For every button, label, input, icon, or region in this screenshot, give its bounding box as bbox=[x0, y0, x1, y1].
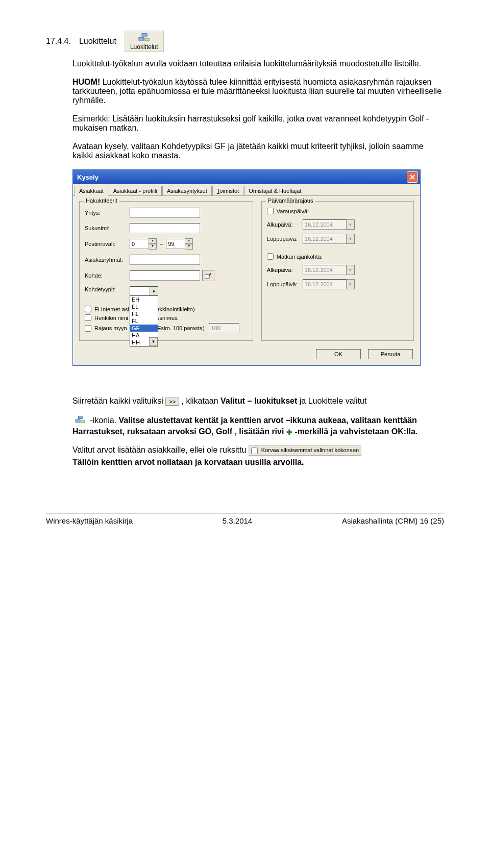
chevron-down-icon[interactable]: ▼ bbox=[149, 244, 157, 250]
chevron-down-icon[interactable]: ▼ bbox=[346, 234, 355, 244]
kohdetyypit-option[interactable]: FL bbox=[130, 317, 158, 325]
tab-asiakkaat-profiili[interactable]: Asiakkaat - profiili bbox=[109, 186, 162, 195]
chevron-down-icon[interactable]: ▼ bbox=[346, 219, 355, 230]
luokittelut-toolbar-button[interactable]: Luokittelut bbox=[125, 31, 164, 52]
varauspaiva-checkbox[interactable] bbox=[267, 208, 274, 214]
chevron-down-icon[interactable]: ▼ bbox=[149, 337, 158, 346]
kohdetyypit-list[interactable]: EH EL F1 FL GF HA HH ▼ bbox=[130, 295, 158, 346]
cb2-suffix: vsnimeä bbox=[157, 315, 178, 321]
paragraph-5: Siirretään kaikki valituiksi >> , klikat… bbox=[72, 396, 444, 406]
paragraph-4: Avataan kysely, valitaan Kohdetyypiksi G… bbox=[72, 142, 444, 160]
chevron-down-icon[interactable]: ▼ bbox=[346, 265, 355, 275]
asiakasryhmat-input[interactable] bbox=[130, 255, 200, 265]
loppupaiva-input-1[interactable] bbox=[303, 234, 347, 244]
p6a: -ikonia. bbox=[90, 416, 118, 425]
ei-internet-checkbox[interactable] bbox=[85, 306, 91, 312]
kohdetyypit-option[interactable]: EL bbox=[130, 303, 158, 310]
kohdetyypit-value bbox=[130, 287, 150, 296]
tab-asiakkaat[interactable]: Asiakkaat bbox=[75, 186, 108, 196]
dash: – bbox=[157, 241, 166, 247]
kohdetyypit-option[interactable]: EH bbox=[130, 296, 158, 303]
huom-label: HUOM! bbox=[72, 78, 100, 86]
tab-omistajat-huoltajat[interactable]: Omistajat & Huoltajat bbox=[244, 186, 306, 195]
chevron-down-icon[interactable]: ▼ bbox=[150, 287, 158, 296]
svg-rect-7 bbox=[76, 419, 80, 422]
henkilon-nimi-checkbox[interactable] bbox=[85, 314, 91, 321]
paragraph-2-body: Luokittelut-työkalun käytössä tulee kiin… bbox=[72, 78, 442, 105]
luokittelut-icon-label: Luokittelut bbox=[130, 43, 158, 51]
svg-rect-6 bbox=[78, 416, 83, 418]
section-number: 17.4.4. bbox=[46, 37, 71, 46]
kohdetyypit-dropdown[interactable]: ▼ EH EL F1 FL GF HA HH ▼ bbox=[130, 286, 158, 296]
svg-rect-8 bbox=[81, 420, 85, 423]
post-to-input[interactable] bbox=[166, 239, 185, 249]
categorize-icon bbox=[138, 33, 150, 42]
kohde-label: Kohde: bbox=[85, 272, 130, 279]
chevron-up-icon[interactable]: ▲ bbox=[185, 238, 193, 244]
move-all-button-inline: >> bbox=[165, 398, 179, 406]
kohde-input[interactable] bbox=[130, 270, 200, 281]
cb1-suffix: rkkinointikielto) bbox=[158, 306, 195, 312]
paragraph-6: -ikonia. Valitse alustettavat kentät ja … bbox=[72, 415, 444, 436]
rajaus-myyn-label: Rajaus myyn bbox=[94, 325, 127, 331]
korvaa-checkbox[interactable] bbox=[251, 448, 258, 454]
paragraph-3: Esimerkki: Lisätään luokituksiin harrast… bbox=[72, 114, 444, 133]
ok-button[interactable]: OK bbox=[316, 349, 361, 359]
paivamaararajaus-fieldset: Päivämäärärajaus Varauspäivä: Alkupäivä:… bbox=[261, 201, 414, 341]
tab-asiakasyritykset[interactable]: Asiakasyritykset bbox=[162, 186, 212, 195]
kysely-title: Kysely bbox=[77, 173, 99, 181]
tab-toimistot[interactable]: Toimistot bbox=[212, 186, 243, 195]
categorize-icon bbox=[75, 416, 86, 424]
ei-internet-label: Ei Internet-asi bbox=[94, 306, 129, 312]
korvaa-label: Korvaa aikaisemmat valinnat kokonaan bbox=[261, 447, 359, 453]
rajaus-myyn-checkbox[interactable] bbox=[85, 325, 91, 332]
asiakasryhmat-label: Asiakasryhmät: bbox=[85, 257, 130, 263]
categorize-icon-inline bbox=[72, 415, 88, 427]
loppupaiva-label-1: Loppupäivä: bbox=[267, 236, 303, 242]
loppupaiva-label-2: Loppupäivä: bbox=[267, 281, 303, 287]
post-from-spinner[interactable]: ▲ ▼ bbox=[149, 238, 157, 250]
p7a: Valitut arvot lisätään asiakkaille, elle… bbox=[72, 445, 249, 454]
sukunimi-label: Sukunimi: bbox=[85, 225, 130, 231]
alkupaiva-input-2[interactable] bbox=[303, 265, 347, 275]
kohdetyypit-option[interactable]: F1 bbox=[130, 310, 158, 317]
peruuta-button[interactable]: Peruuta bbox=[368, 349, 413, 359]
kohdetyypit-label: Kohdetyypit: bbox=[85, 286, 130, 292]
paragraph-7: Valitut arvot lisätään asiakkaille, elle… bbox=[72, 445, 444, 456]
esim-input[interactable] bbox=[209, 323, 239, 333]
paragraph-2: HUOM! Luokittelut-työkalun käytössä tule… bbox=[72, 78, 444, 105]
chevron-down-icon[interactable]: ▼ bbox=[346, 279, 355, 289]
matkan-ajankohta-label: Matkan ajankohta: bbox=[277, 254, 323, 260]
chevron-up-icon[interactable]: ▲ bbox=[149, 238, 157, 244]
varauspaiva-label: Varauspäivä: bbox=[277, 208, 309, 214]
hakukriteerit-fieldset: Hakukriteerit Yritys: Sukunimi: Postinro… bbox=[79, 201, 253, 341]
post-from-input[interactable] bbox=[130, 239, 149, 249]
close-icon bbox=[410, 175, 415, 180]
paragraph-1: Luokittelut-työkalun avulla voidaan tote… bbox=[72, 59, 444, 68]
kohde-browse-button[interactable] bbox=[202, 270, 214, 281]
close-button[interactable] bbox=[407, 171, 418, 183]
kohdetyypit-option-selected[interactable]: GF bbox=[130, 325, 158, 332]
henkilon-nimi-label: Henkilön nimi bbox=[94, 315, 128, 321]
alkupaiva-input-1[interactable] bbox=[303, 219, 347, 230]
footer-left: Winres-käyttäjän käsikirja bbox=[46, 516, 133, 525]
sukunimi-input[interactable] bbox=[130, 223, 200, 233]
post-to-spinner[interactable]: ▲ ▼ bbox=[185, 238, 193, 250]
matkan-ajankohta-checkbox[interactable] bbox=[267, 253, 274, 260]
kysely-buttons: OK Peruuta bbox=[73, 345, 420, 365]
hakukriteerit-legend: Hakukriteerit bbox=[84, 197, 119, 204]
yritys-label: Yritys: bbox=[85, 210, 130, 216]
section-heading: 17.4.4. Luokittelut Luokittelut bbox=[46, 31, 444, 52]
yritys-input[interactable] bbox=[130, 208, 200, 218]
loppupaiva-input-2[interactable] bbox=[303, 279, 347, 289]
p5b: , klikataan bbox=[182, 396, 220, 405]
p5d: ja Luokittele valitut bbox=[300, 396, 367, 405]
chevron-down-icon[interactable]: ▼ bbox=[185, 244, 193, 250]
korvaa-checkbox-inline: Korvaa aikaisemmat valinnat kokonaan bbox=[249, 445, 361, 456]
footer-right: Asiakashallinta (CRM) 16 (25) bbox=[342, 516, 444, 525]
alkupaiva-label-2: Alkupäivä: bbox=[267, 267, 303, 273]
svg-rect-2 bbox=[145, 38, 149, 41]
page-footer: Winres-käyttäjän käsikirja 5.3.2014 Asia… bbox=[46, 513, 444, 525]
svg-rect-0 bbox=[142, 33, 147, 36]
cb3-suffix: (Esim. 100 parasta) bbox=[156, 325, 205, 331]
